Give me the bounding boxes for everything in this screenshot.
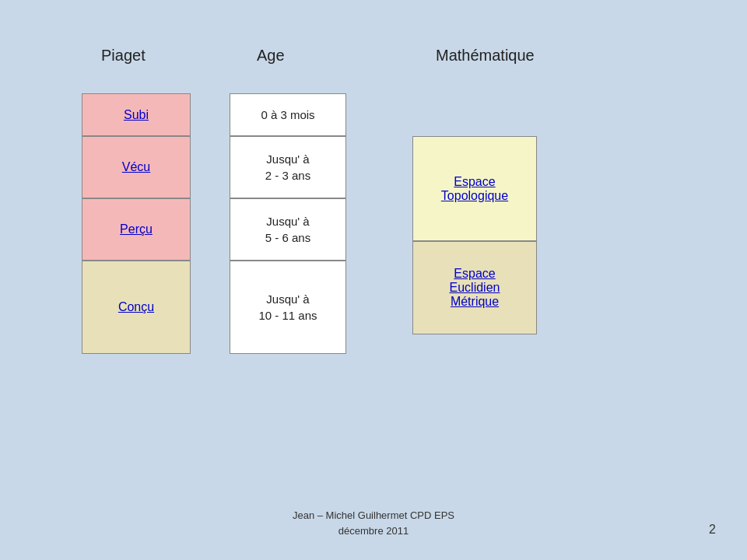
piaget-concu-cell: Conçu bbox=[82, 261, 191, 354]
footer-line2: décembre 2011 bbox=[338, 525, 409, 537]
footer-line1: Jean – Michel Guilhermet CPD EPS bbox=[293, 509, 454, 521]
age-column: 0 à 3 mois Jusqu' à2 - 3 ans Jusqu' à5 -… bbox=[230, 93, 346, 354]
age-2-3-text: Jusqu' à2 - 3 ans bbox=[265, 151, 310, 184]
age-10-11-text: Jusqu' à10 - 11 ans bbox=[258, 291, 317, 324]
piaget-percu-cell: Perçu bbox=[82, 198, 191, 261]
piaget-subi-cell: Subi bbox=[82, 93, 191, 136]
age-0-3-text: 0 à 3 mois bbox=[261, 107, 314, 123]
footer: Jean – Michel Guilhermet CPD EPS décembr… bbox=[0, 508, 747, 538]
piaget-vecu-cell: Vécu bbox=[82, 136, 191, 198]
age-0-3-cell: 0 à 3 mois bbox=[230, 93, 346, 136]
math-spacer bbox=[412, 93, 537, 136]
piaget-subi-link[interactable]: Subi bbox=[124, 108, 149, 122]
math-topo-cell: EspaceTopologique bbox=[412, 136, 537, 241]
piaget-concu-link[interactable]: Conçu bbox=[118, 300, 154, 314]
age-5-6-cell: Jusqu' à5 - 6 ans bbox=[230, 198, 346, 261]
piaget-vecu-link[interactable]: Vécu bbox=[122, 160, 150, 174]
age-10-11-cell: Jusqu' à10 - 11 ans bbox=[230, 261, 346, 354]
age-5-6-text: Jusqu' à5 - 6 ans bbox=[265, 213, 310, 246]
header-math: Mathématique bbox=[436, 47, 535, 65]
math-eucl-link[interactable]: EspaceEuclidienMétrique bbox=[450, 267, 500, 309]
math-eucl-cell: EspaceEuclidienMétrique bbox=[412, 241, 537, 334]
age-2-3-cell: Jusqu' à2 - 3 ans bbox=[230, 136, 346, 198]
page-number: 2 bbox=[709, 523, 716, 537]
piaget-column: Subi Vécu Perçu Conçu bbox=[82, 93, 191, 354]
header-piaget: Piaget bbox=[101, 47, 146, 65]
piaget-percu-link[interactable]: Perçu bbox=[120, 222, 153, 236]
header-age: Age bbox=[257, 47, 285, 65]
main-container: Piaget Age Mathématique Subi Vécu Perçu … bbox=[0, 0, 747, 560]
math-column: EspaceTopologique EspaceEuclidienMétriqu… bbox=[412, 93, 537, 334]
math-topo-link[interactable]: EspaceTopologique bbox=[441, 175, 508, 203]
